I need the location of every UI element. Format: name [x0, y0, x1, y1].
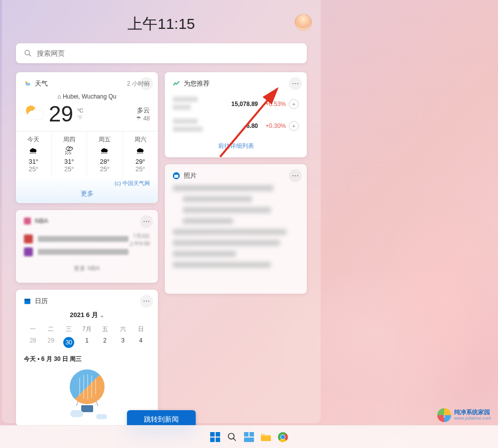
forecast-day[interactable]: 周六🌧29°25°: [123, 131, 158, 177]
weather-attrib: (c) 中国天气网: [24, 180, 150, 187]
weather-cond: 多云: [136, 106, 150, 115]
add-stock-button[interactable]: +: [289, 121, 299, 131]
search-input[interactable]: [37, 49, 299, 57]
search-box[interactable]: [16, 43, 307, 63]
calendar-day[interactable]: 1: [78, 335, 96, 350]
weather-card[interactable]: 天气 2 小时前 Hubei, Wuchang Qu 29 多云 ☂ 48: [16, 72, 158, 203]
stock-row[interactable]: 15,078.89 +0.53% +: [173, 93, 299, 115]
weather-icon: [24, 80, 31, 87]
svg-rect-16: [244, 438, 254, 442]
svg-rect-4: [24, 218, 31, 224]
svg-rect-17: [261, 436, 271, 441]
start-button[interactable]: [208, 430, 222, 444]
calendar-day[interactable]: 3: [114, 335, 132, 350]
svg-line-13: [234, 438, 236, 441]
photos-icon: [173, 172, 180, 179]
svg-rect-11: [216, 438, 220, 442]
watermark: 纯净系统家园 www.yidaimei.com: [437, 408, 491, 422]
calendar-icon: [24, 298, 31, 305]
forecast-row: 今天🌧31°25° 周四⛈31°25° 周五🌧28°25° 周六🌧29°25°: [16, 131, 158, 177]
taskbar-chrome-button[interactable]: [276, 430, 290, 444]
stocks-card[interactable]: 为您推荐 15,078.89 +0.53% + 6.80 +0.30% + 前往…: [165, 72, 307, 157]
forecast-day[interactable]: 周四⛈31°25°: [52, 131, 88, 177]
svg-rect-8: [210, 432, 215, 437]
weather-units[interactable]: [77, 107, 83, 121]
taskbar: [0, 425, 498, 448]
weather-extra: ☂ 48: [136, 115, 150, 122]
svg-rect-9: [216, 432, 220, 437]
calendar-title: 日历: [35, 297, 48, 306]
calendar-day[interactable]: 29: [42, 335, 60, 350]
stocks-more-menu[interactable]: [289, 77, 302, 90]
svg-line-1: [29, 54, 31, 56]
forecast-day[interactable]: 周五🌧28°25°: [87, 131, 123, 177]
calendar-grid: 一二三7月五六日2829301234: [24, 324, 150, 350]
svg-rect-15: [249, 432, 254, 437]
calendar-today-label: 今天 • 6 月 30 日 周三: [24, 355, 150, 363]
nba-more-menu[interactable]: [140, 215, 153, 228]
avatar[interactable]: [295, 14, 312, 31]
balloon-illustration: [67, 369, 107, 419]
add-stock-button[interactable]: +: [289, 99, 299, 109]
calendar-day[interactable]: 4: [132, 335, 150, 350]
taskbar-search-button[interactable]: [225, 430, 239, 444]
weather-more-menu[interactable]: [140, 77, 153, 90]
clock: 上午11:15: [16, 14, 307, 34]
forecast-day[interactable]: 今天🌧31°25°: [16, 131, 52, 177]
search-icon: [24, 49, 32, 57]
photos-title: 照片: [184, 171, 197, 180]
photos-more-menu[interactable]: [289, 169, 302, 182]
svg-point-3: [26, 83, 30, 86]
svg-rect-14: [244, 432, 249, 437]
nba-footer[interactable]: 更多 NBA: [24, 264, 150, 273]
calendar-day[interactable]: 2: [96, 335, 114, 350]
svg-rect-6: [24, 299, 30, 300]
stocks-title: 为您推荐: [184, 79, 210, 88]
calendar-card[interactable]: 日历 2021 6 月 一二三7月五六日2829301234 今天 • 6 月 …: [16, 290, 158, 426]
stocks-detail-link[interactable]: 前往详细列表: [173, 142, 299, 150]
weather-now-icon: [24, 104, 45, 124]
photos-card[interactable]: 照片: [165, 164, 307, 294]
calendar-month[interactable]: 2021 6 月: [24, 311, 150, 320]
weather-temp: 29: [49, 103, 73, 125]
widgets-panel: 上午11:15 天气 2 小时前 Hubei, Wuchang Qu 29: [2, 0, 321, 423]
calendar-more-menu[interactable]: [140, 295, 153, 308]
weather-more-link[interactable]: 更多: [24, 189, 150, 198]
stocks-icon: [173, 80, 180, 87]
nba-card[interactable]: NBA 7月3日上午9:00 更多 NBA: [16, 210, 158, 283]
weather-location: Hubei, Wuchang Qu: [24, 93, 150, 100]
nba-icon: [24, 218, 31, 224]
svg-rect-10: [210, 438, 215, 442]
weather-title: 天气: [35, 79, 48, 88]
stock-row[interactable]: 6.80 +0.30% +: [173, 115, 299, 137]
svg-point-0: [25, 50, 29, 55]
svg-point-12: [229, 433, 235, 439]
taskbar-widgets-button[interactable]: [242, 430, 256, 444]
svg-point-22: [281, 435, 285, 439]
taskbar-explorer-button[interactable]: [259, 430, 273, 444]
calendar-day[interactable]: 28: [24, 335, 42, 350]
watermark-logo-icon: [437, 408, 451, 422]
calendar-day[interactable]: 30: [60, 335, 78, 350]
nba-title: NBA: [35, 217, 48, 224]
